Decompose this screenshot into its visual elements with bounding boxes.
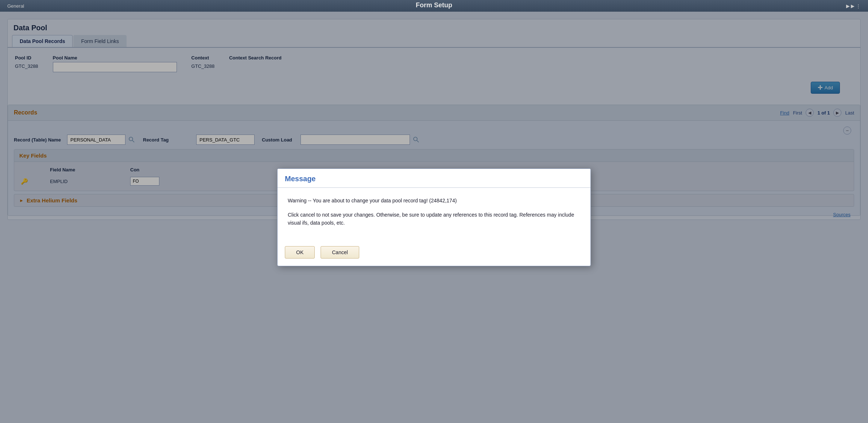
top-bar: General Form Setup ▶ ▶ ⋮ <box>0 0 868 12</box>
modal-body: Warning -- You are about to change your … <box>278 188 590 241</box>
modal-overlay: Message Warning -- You are about to chan… <box>0 12 868 423</box>
modal-body-line: Click cancel to not save your changes. O… <box>288 211 580 227</box>
modal-warning-line: Warning -- You are about to change your … <box>288 197 580 205</box>
modal-dialog: Message Warning -- You are about to chan… <box>277 168 591 266</box>
main-content: Data Pool Data Pool Records Form Field L… <box>0 12 868 423</box>
top-bar-right: ▶ ▶ ⋮ <box>846 3 861 9</box>
top-bar-left: General <box>7 3 24 9</box>
modal-footer: OK Cancel <box>278 242 590 266</box>
modal-title: Message <box>285 175 583 183</box>
modal-cancel-button[interactable]: Cancel <box>321 246 359 259</box>
modal-header: Message <box>278 169 590 188</box>
top-bar-title: Form Setup <box>416 1 452 9</box>
modal-ok-button[interactable]: OK <box>285 246 315 259</box>
